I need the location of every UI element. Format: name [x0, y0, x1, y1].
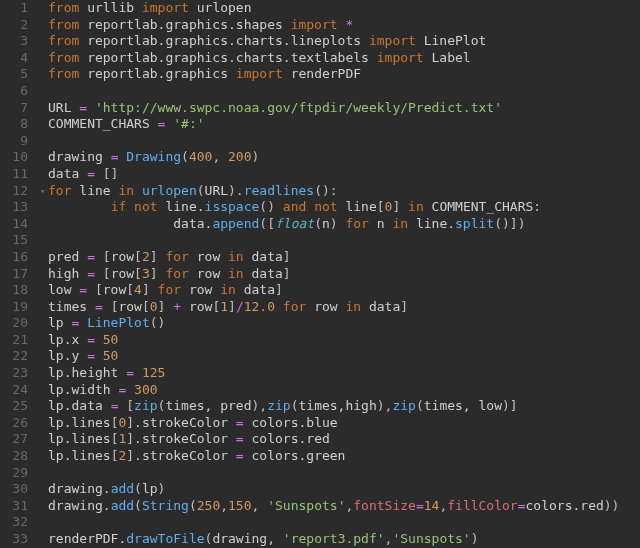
code-token — [126, 382, 134, 397]
code-line[interactable]: URL = 'http://www.swpc.noaa.gov/ftpdir/w… — [40, 100, 640, 117]
code-token: = — [79, 100, 87, 115]
code-token: drawing — [48, 149, 111, 164]
code-token: 'http://www.swpc.noaa.gov/ftpdir/weekly/… — [95, 100, 502, 115]
code-line[interactable]: if not line.isspace() and not line[0] in… — [40, 199, 640, 216]
code-line[interactable]: from urllib import urlopen — [40, 0, 640, 17]
code-token: urlopen — [142, 183, 197, 198]
code-line[interactable]: from reportlab.graphics.charts.textlabel… — [40, 50, 640, 67]
code-token: .strokeColor — [134, 415, 236, 430]
line-number: 16 — [4, 249, 28, 266]
line-number: 21 — [4, 332, 28, 349]
code-line[interactable]: data.append([float(n) for n in line.spli… — [40, 216, 640, 233]
code-token: colors.red — [526, 498, 604, 513]
code-line[interactable] — [40, 232, 640, 249]
code-line[interactable]: drawing.add(String(250,150, 'Sunspots',f… — [40, 498, 640, 515]
code-token: times,high — [298, 398, 376, 413]
code-line[interactable]: lp = LinePlot() — [40, 315, 640, 332]
code-line[interactable]: lp.data = [zip(times, pred),zip(times,hi… — [40, 398, 640, 415]
code-line[interactable] — [40, 465, 640, 482]
code-line[interactable]: pred = [row[2] for row in data] — [40, 249, 640, 266]
code-line[interactable]: lp.height = 125 — [40, 365, 640, 382]
line-number: 31 — [4, 498, 28, 515]
code-line[interactable]: low = [row[4] for row in data] — [40, 282, 640, 299]
code-token: colors.green — [244, 448, 346, 463]
code-token: renderPDF — [283, 66, 361, 81]
code-token: colors.red — [244, 431, 330, 446]
code-line[interactable]: COMMENT_CHARS = '#:' — [40, 116, 640, 133]
code-line[interactable]: ▾for line in urlopen(URL).readlines(): — [40, 183, 640, 200]
code-token: lp — [142, 481, 158, 496]
code-line[interactable] — [40, 83, 640, 100]
code-token: )) — [604, 498, 620, 513]
code-token: = — [87, 348, 95, 363]
code-token: LinePlot — [416, 33, 486, 48]
line-number: 9 — [4, 133, 28, 150]
code-line[interactable]: lp.lines[0].strokeColor = colors.blue — [40, 415, 640, 432]
code-line[interactable]: from reportlab.graphics.charts.lineplots… — [40, 33, 640, 50]
line-number-gutter: 1234567891011121314151617181920212223242… — [0, 0, 36, 548]
code-token: ) — [471, 531, 479, 546]
code-token: ). — [228, 183, 244, 198]
code-token: , — [212, 149, 228, 164]
code-line[interactable]: lp.y = 50 — [40, 348, 640, 365]
code-line[interactable] — [40, 514, 640, 531]
fold-marker-icon[interactable]: ▾ — [40, 183, 48, 200]
code-line[interactable]: from reportlab.graphics.shapes import * — [40, 17, 640, 34]
code-token: 4 — [134, 282, 142, 297]
code-line[interactable]: from reportlab.graphics import renderPDF — [40, 66, 640, 83]
line-number: 24 — [4, 382, 28, 399]
code-token: [ — [134, 249, 142, 264]
line-number: 11 — [4, 166, 28, 183]
code-token: = — [87, 332, 95, 347]
code-token: 2 — [142, 249, 150, 264]
code-token: urllib — [79, 0, 142, 15]
code-token — [48, 199, 111, 214]
code-token: Drawing — [126, 149, 181, 164]
code-token: lp.x — [48, 332, 87, 347]
code-token: from — [48, 50, 79, 65]
code-token: [ — [377, 199, 385, 214]
code-token: ] — [283, 249, 291, 264]
code-token: ) — [158, 481, 166, 496]
code-token — [87, 282, 95, 297]
line-number: 32 — [4, 514, 28, 531]
code-line[interactable]: lp.lines[2].strokeColor = colors.green — [40, 448, 640, 465]
code-token: = — [126, 365, 134, 380]
code-token: ] — [150, 249, 158, 264]
code-area[interactable]: from urllib import urlopenfrom reportlab… — [36, 0, 640, 548]
code-token: float — [275, 216, 314, 231]
line-number: 1 — [4, 0, 28, 17]
code-token: lp.lines — [48, 448, 111, 463]
line-number: 12 — [4, 183, 28, 200]
code-line[interactable]: lp.x = 50 — [40, 332, 640, 349]
code-token: COMMENT_CHARS — [48, 116, 158, 131]
code-token: fillColor — [447, 498, 517, 513]
code-token: Label — [424, 50, 471, 65]
code-token: row — [306, 299, 345, 314]
code-line[interactable] — [40, 133, 640, 150]
code-line[interactable]: renderPDF.drawToFile(drawing, 'report3.p… — [40, 531, 640, 548]
code-line[interactable]: data = [] — [40, 166, 640, 183]
code-token: in — [118, 183, 134, 198]
code-line[interactable]: high = [row[3] for row in data] — [40, 266, 640, 283]
code-line[interactable]: drawing.add(lp) — [40, 481, 640, 498]
code-token: ] — [126, 415, 134, 430]
code-token: lp.lines — [48, 431, 111, 446]
code-token: 3 — [142, 266, 150, 281]
code-token: [ — [134, 266, 142, 281]
code-token — [134, 365, 142, 380]
line-number: 3 — [4, 33, 28, 50]
code-token: / — [236, 299, 244, 314]
code-token: ] — [275, 282, 283, 297]
code-token: readlines — [244, 183, 314, 198]
code-line[interactable]: lp.width = 300 — [40, 382, 640, 399]
code-token: lp — [48, 315, 71, 330]
code-token: for — [345, 216, 368, 231]
code-line[interactable]: times = [row[0] + row[1]/12.0 for row in… — [40, 299, 640, 316]
code-line[interactable]: lp.lines[1].strokeColor = colors.red — [40, 431, 640, 448]
code-token: row — [111, 266, 134, 281]
code-line[interactable]: drawing = Drawing(400, 200) — [40, 149, 640, 166]
code-token: low — [48, 282, 79, 297]
code-token: = — [236, 415, 244, 430]
code-token: times — [48, 299, 95, 314]
